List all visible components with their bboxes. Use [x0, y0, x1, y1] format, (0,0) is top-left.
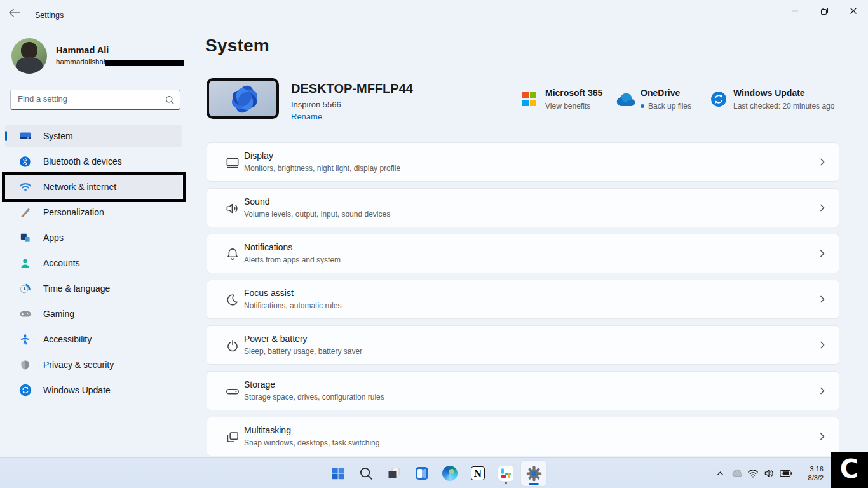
sidebar-item-label: Bluetooth & devices	[43, 156, 122, 166]
row-display[interactable]: Display Monitors, brightness, night ligh…	[207, 142, 839, 182]
windows-update-title: Windows Update	[733, 88, 805, 98]
moon-icon	[224, 292, 241, 308]
microsoft-logo-icon	[522, 92, 536, 106]
tray-time: 3:16	[797, 464, 824, 473]
sidebar-item-label: Network & internet	[43, 182, 116, 192]
row-multitasking[interactable]: Multitasking Snap windows, desktops, tas…	[207, 417, 839, 456]
device-model: Inspiron 5566	[291, 100, 341, 109]
email-redaction-bar	[105, 60, 184, 66]
row-title: Storage	[244, 379, 275, 390]
m365-title: Microsoft 365	[545, 88, 602, 98]
row-storage[interactable]: Storage Storage space, drives, configura…	[207, 371, 839, 410]
m365-subtitle[interactable]: View benefits	[545, 102, 590, 111]
back-icon[interactable]	[8, 7, 23, 20]
app-title: Settings	[35, 11, 64, 20]
chevron-right-icon	[817, 431, 827, 442]
start-button[interactable]	[325, 461, 351, 486]
row-title: Sound	[244, 196, 269, 207]
search-input[interactable]	[11, 90, 180, 109]
sidebar-item-label: Privacy & security	[43, 360, 114, 370]
sidebar-item-privacy-security[interactable]: Privacy & security	[5, 353, 182, 376]
sidebar-item-gaming[interactable]: Gaming	[5, 302, 182, 325]
chevron-right-icon	[817, 248, 827, 259]
sidebar-item-windows-update[interactable]: Windows Update	[5, 379, 182, 402]
sidebar-item-bluetooth-devices[interactable]: Bluetooth & devices	[5, 150, 182, 173]
accessibility-icon	[18, 333, 32, 346]
apps-icon	[18, 231, 32, 245]
chevron-right-icon	[817, 386, 827, 396]
profile-email: hammadalishah	[56, 58, 107, 65]
search-icon	[359, 466, 374, 481]
row-subtitle: Storage space, drives, configuration rul…	[244, 393, 384, 402]
corner-logo-overlay: C	[831, 452, 868, 488]
search-icon[interactable]	[165, 95, 175, 105]
gamepad-icon	[18, 308, 32, 321]
restore-icon[interactable]	[810, 0, 839, 22]
widgets-button[interactable]	[409, 461, 435, 486]
sidebar-item-accessibility[interactable]: Accessibility	[5, 328, 182, 351]
profile-name: Hammad Ali	[56, 45, 109, 55]
row-subtitle: Snap windows, desktops, task switching	[244, 438, 379, 447]
settings-button[interactable]	[521, 461, 546, 486]
display-icon	[224, 154, 241, 171]
wifi-tray-icon[interactable]	[745, 458, 761, 488]
bell-icon	[224, 246, 241, 262]
sidebar-item-time-language[interactable]: Time & language	[5, 277, 182, 300]
chevron-right-icon	[817, 294, 827, 304]
search-taskbar-button[interactable]	[353, 461, 379, 486]
onedrive-subtitle[interactable]: Back up files	[641, 102, 691, 111]
slack-icon	[498, 466, 513, 481]
row-title: Power & battery	[244, 334, 308, 344]
windows-update-icon	[710, 91, 727, 107]
sidebar-item-label: Gaming	[43, 309, 74, 319]
sidebar-item-personalization[interactable]: Personalization	[5, 201, 182, 224]
sidebar-item-network-internet[interactable]: Network & internet	[5, 175, 182, 198]
minimize-icon[interactable]	[780, 0, 810, 22]
row-subtitle: Volume levels, output, input, sound devi…	[244, 210, 390, 219]
tray-date: 8/3/2	[797, 473, 824, 482]
sidebar-item-label: Accounts	[43, 258, 80, 268]
sidebar-item-label: Personalization	[43, 207, 104, 217]
search-box[interactable]	[10, 90, 180, 110]
clock-icon	[18, 282, 32, 295]
update-icon	[18, 384, 32, 397]
taskbar: N 3:16 8/3/2	[0, 458, 868, 488]
row-power-battery[interactable]: Power & battery Sleep, battery usage, ba…	[207, 325, 839, 365]
clock[interactable]: 3:16 8/3/2	[797, 464, 824, 482]
titlebar: Settings	[0, 0, 868, 25]
shield-icon	[18, 358, 32, 372]
gear-icon	[526, 466, 542, 482]
edge-button[interactable]	[437, 461, 463, 486]
chevron-right-icon	[817, 340, 827, 350]
notion-icon: N	[471, 466, 485, 480]
windows-update-subtitle: Last checked: 20 minutes ago	[733, 102, 834, 111]
sidebar-item-accounts[interactable]: Accounts	[5, 252, 182, 274]
wifi-icon	[18, 180, 32, 194]
slack-button[interactable]	[493, 461, 519, 486]
row-notifications[interactable]: Notifications Alerts from apps and syste…	[207, 234, 839, 273]
sidebar-item-system[interactable]: System	[5, 125, 182, 147]
bluetooth-icon	[18, 155, 32, 168]
row-title: Notifications	[244, 242, 292, 252]
volume-tray-icon[interactable]	[761, 458, 778, 488]
row-focus-assist[interactable]: Focus assist Notifications, automatic ru…	[207, 280, 839, 319]
row-sound[interactable]: Sound Volume levels, output, input, soun…	[207, 188, 839, 227]
notion-button[interactable]: N	[465, 461, 491, 486]
hidden-icons-chevron-icon[interactable]	[712, 458, 728, 488]
avatar[interactable]	[11, 38, 47, 74]
corner-logo-letter: C	[840, 454, 858, 484]
sidebar-item-apps[interactable]: Apps	[5, 226, 182, 249]
drive-icon	[224, 383, 241, 400]
row-title: Display	[244, 151, 273, 161]
row-subtitle: Notifications, automatic rules	[244, 301, 341, 310]
speaker-icon	[224, 200, 241, 217]
person-icon	[18, 257, 32, 270]
close-icon[interactable]	[839, 0, 868, 22]
rename-link[interactable]: Rename	[291, 112, 322, 121]
chevron-right-icon	[817, 157, 827, 167]
task-view-icon	[386, 466, 402, 481]
task-view-button[interactable]	[381, 461, 407, 486]
battery-tray-icon[interactable]	[778, 458, 794, 488]
edge-icon	[442, 466, 458, 481]
onedrive-tray-icon[interactable]	[728, 458, 745, 488]
